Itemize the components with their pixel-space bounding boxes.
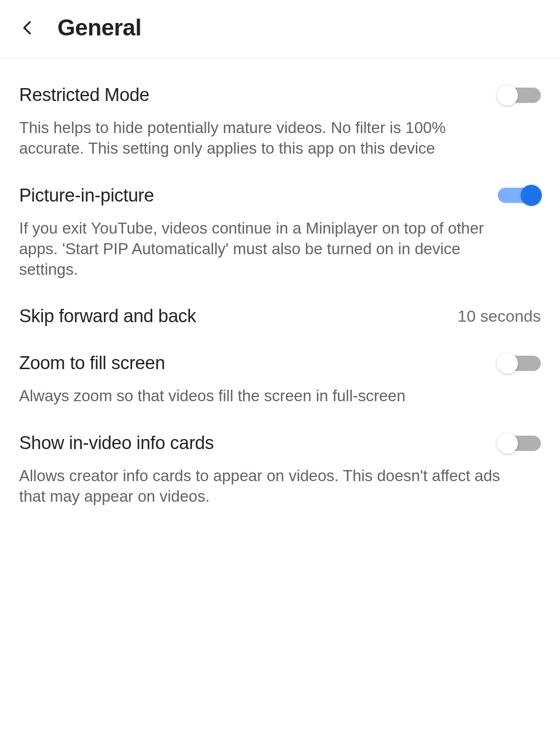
setting-description: This helps to hide potentially mature vi… xyxy=(19,118,515,159)
setting-description: If you exit YouTube, videos continue in … xyxy=(19,218,515,280)
setting-title: Restricted Mode xyxy=(19,85,149,105)
setting-title: Picture-in-picture xyxy=(19,185,154,206)
restricted-mode-toggle[interactable] xyxy=(498,88,541,103)
setting-description: Allows creator info cards to appear on v… xyxy=(19,466,515,507)
setting-title: Zoom to fill screen xyxy=(19,353,165,373)
setting-title: Show in-video info cards xyxy=(19,433,214,453)
zoom-to-fill-toggle[interactable] xyxy=(498,356,541,371)
header: General xyxy=(0,0,560,58)
setting-title: Skip forward and back xyxy=(19,306,196,326)
setting-zoom-to-fill[interactable]: Zoom to fill screen Always zoom so that … xyxy=(19,326,541,406)
picture-in-picture-toggle[interactable] xyxy=(498,188,541,203)
setting-skip-forward-back[interactable]: Skip forward and back 10 seconds xyxy=(19,280,541,326)
setting-description: Always zoom so that videos fill the scre… xyxy=(19,386,515,406)
page-title: General xyxy=(57,14,141,41)
info-cards-toggle[interactable] xyxy=(498,436,541,451)
setting-info-cards[interactable]: Show in-video info cards Allows creator … xyxy=(19,406,541,507)
settings-list: Restricted Mode This helps to hide poten… xyxy=(0,58,560,507)
back-icon[interactable] xyxy=(19,19,36,36)
setting-restricted-mode[interactable]: Restricted Mode This helps to hide poten… xyxy=(19,58,541,159)
setting-value: 10 seconds xyxy=(458,307,541,326)
setting-picture-in-picture[interactable]: Picture-in-picture If you exit YouTube, … xyxy=(19,159,541,280)
